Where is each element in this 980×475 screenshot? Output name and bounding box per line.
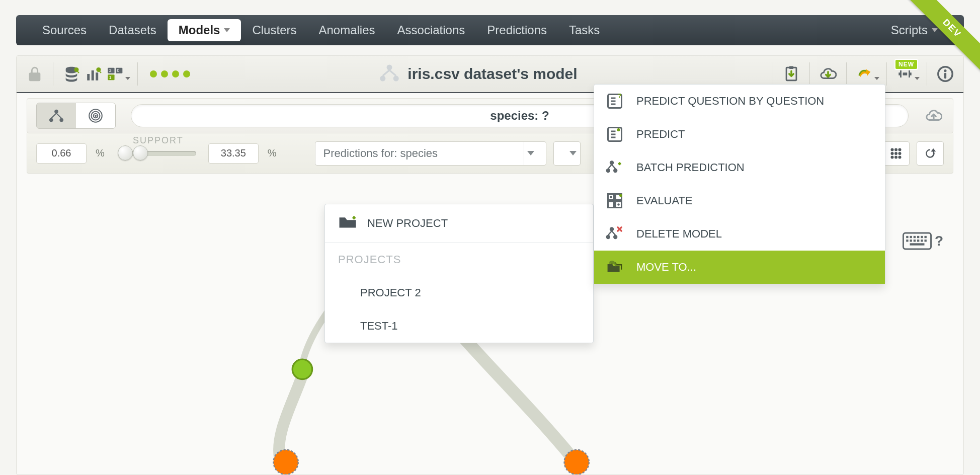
menu-item-label: PREDICT — [636, 128, 685, 141]
svg-point-68 — [610, 227, 614, 231]
svg-rect-4 — [96, 72, 98, 81]
svg-text:3: 3 — [109, 68, 112, 73]
menu-item-label: EVALUATE — [636, 194, 693, 207]
svg-point-60 — [606, 169, 610, 173]
svg-point-24 — [59, 118, 63, 122]
nav-anomalies[interactable]: Anomalies — [307, 19, 386, 41]
svg-point-70 — [613, 235, 617, 239]
svg-point-53 — [292, 359, 312, 379]
view-toggle — [36, 103, 116, 129]
dataset-search-icon[interactable] — [60, 63, 83, 85]
nav-models-label: Models — [179, 23, 220, 37]
menu-item-label: BATCH PREDICTION — [636, 161, 745, 174]
predict-icon — [605, 125, 624, 144]
nav-associations[interactable]: Associations — [386, 19, 476, 41]
delete-icon — [605, 224, 624, 244]
menu-predict-question[interactable]: ? PREDICT QUESTION BY QUESTION — [594, 85, 885, 118]
menu-predict[interactable]: PREDICT — [594, 118, 885, 151]
project-item-1[interactable]: TEST-1 — [325, 309, 593, 343]
svg-rect-2 — [87, 74, 90, 81]
svg-point-22 — [54, 110, 58, 114]
svg-point-33 — [894, 152, 897, 155]
prediction-path-text: species: ? — [490, 109, 549, 123]
chevron-down-icon — [566, 142, 580, 165]
sunburst-view-button[interactable] — [76, 103, 115, 128]
support-slider[interactable] — [121, 151, 196, 156]
dev-ribbon: DEV — [905, 0, 980, 75]
cloud-upload-icon[interactable] — [924, 106, 944, 126]
svg-point-15 — [393, 76, 399, 82]
nav-datasets[interactable]: Datasets — [98, 19, 168, 41]
svg-point-66 — [610, 196, 612, 198]
actions-menu: ? PREDICT QUESTION BY QUESTION PREDICT B… — [594, 84, 885, 284]
svg-point-23 — [49, 118, 53, 122]
folder-plus-icon — [338, 214, 357, 232]
support-min-input[interactable]: 0.66 — [36, 143, 87, 164]
menu-move-to[interactable]: MOVE TO... — [594, 251, 885, 284]
menu-batch-prediction[interactable]: BATCH PREDICTION — [594, 151, 885, 184]
predict-q-icon: ? — [605, 92, 624, 111]
svg-point-54 — [274, 450, 298, 474]
evaluate-icon — [605, 191, 624, 210]
svg-text:?: ? — [618, 93, 621, 100]
histogram-search-icon[interactable] — [83, 63, 105, 85]
percent-label: % — [96, 147, 105, 159]
svg-point-67 — [617, 203, 620, 206]
slider-thumb-max[interactable] — [133, 145, 148, 161]
page-title: iris.csv dataset's model — [407, 65, 577, 83]
menu-item-label: DELETE MODEL — [636, 227, 722, 241]
svg-point-28 — [95, 115, 97, 117]
svg-text:0: 0 — [117, 68, 119, 73]
configure-model-icon[interactable]: 310 — [105, 63, 127, 85]
svg-rect-17 — [789, 66, 794, 69]
projects-menu: NEW PROJECT PROJECTS PROJECT 2 TEST-1 — [324, 204, 594, 343]
tree-view-button[interactable] — [37, 103, 76, 128]
grid-view-button[interactable] — [882, 141, 910, 166]
nav-tasks[interactable]: Tasks — [558, 19, 611, 41]
svg-point-31 — [899, 148, 902, 151]
titlebar-left-tools: 310 — [24, 62, 190, 86]
support-max-input[interactable]: 33.35 — [208, 143, 259, 164]
menu-evaluate[interactable]: EVALUATE — [594, 184, 885, 217]
move-icon — [605, 258, 624, 277]
predictions-dropdown[interactable]: Predictions for: species — [315, 141, 546, 166]
refresh-button[interactable] — [917, 141, 944, 166]
top-nav: Sources Datasets Models Clusters Anomali… — [16, 15, 964, 45]
svg-rect-3 — [92, 70, 94, 81]
svg-point-35 — [891, 155, 894, 159]
clipboard-download-icon[interactable] — [780, 63, 802, 85]
lock-icon[interactable] — [24, 63, 46, 85]
svg-point-0 — [74, 67, 78, 72]
svg-point-5 — [96, 67, 101, 72]
actions-menu-button[interactable] — [854, 63, 876, 85]
svg-text:1: 1 — [109, 75, 112, 80]
project-item-label: PROJECT 2 — [360, 286, 421, 299]
svg-point-36 — [894, 155, 897, 159]
svg-point-13 — [387, 65, 392, 70]
svg-point-34 — [899, 152, 902, 155]
support-label: SUPPORT — [133, 135, 184, 146]
svg-point-14 — [380, 76, 386, 82]
svg-point-55 — [564, 450, 589, 474]
status-dots — [150, 70, 190, 77]
project-item-label: TEST-1 — [360, 320, 398, 333]
svg-point-30 — [894, 148, 897, 151]
project-item-0[interactable]: PROJECT 2 — [325, 276, 593, 309]
nav-clusters[interactable]: Clusters — [241, 19, 307, 41]
nav-sources[interactable]: Sources — [31, 19, 98, 41]
menu-item-label: PREDICT QUESTION BY QUESTION — [636, 95, 824, 108]
svg-point-59 — [610, 161, 614, 165]
batch-icon — [605, 158, 624, 177]
slider-thumb-min[interactable] — [118, 145, 133, 161]
menu-new-project[interactable]: NEW PROJECT — [325, 204, 593, 243]
chevron-down-icon — [224, 28, 230, 32]
secondary-dropdown[interactable] — [553, 141, 581, 166]
svg-point-32 — [891, 152, 894, 155]
svg-point-69 — [606, 235, 610, 239]
menu-item-label: NEW PROJECT — [367, 217, 448, 230]
nav-predictions[interactable]: Predictions — [476, 19, 558, 41]
cloud-download-icon[interactable] — [817, 63, 839, 85]
nav-models[interactable]: Models — [168, 19, 241, 41]
menu-delete-model[interactable]: DELETE MODEL — [594, 217, 885, 251]
projects-section-label: PROJECTS — [325, 243, 593, 276]
